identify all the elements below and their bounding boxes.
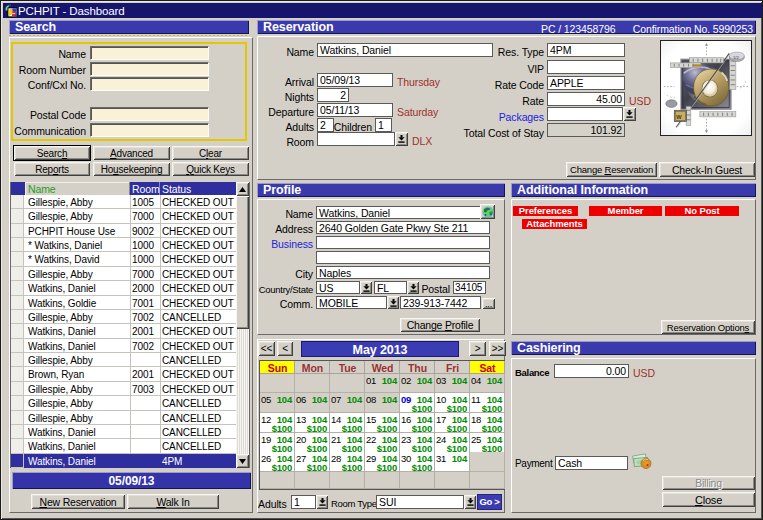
svg-text:1/2: 1/2 [733,55,740,60]
svg-text:W: W [676,114,682,120]
